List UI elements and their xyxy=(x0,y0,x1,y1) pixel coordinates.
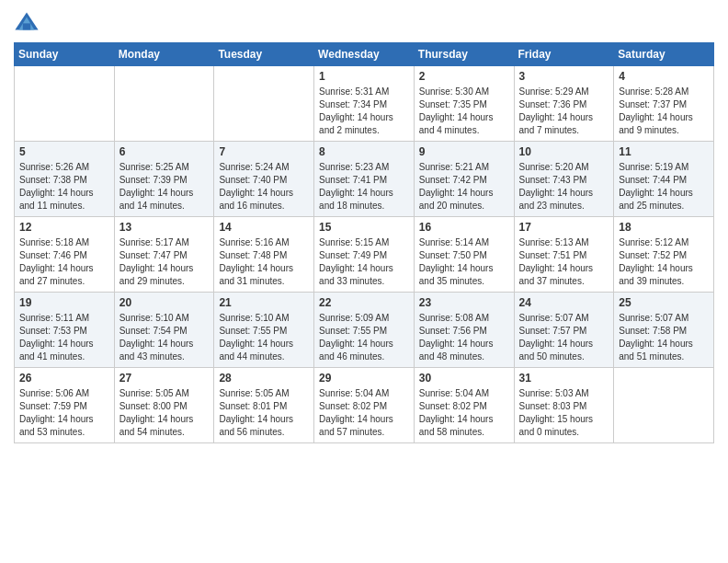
day-header-thursday: Thursday xyxy=(414,43,514,66)
calendar-week-1: 1Sunrise: 5:31 AMSunset: 7:34 PMDaylight… xyxy=(15,66,714,142)
day-number: 20 xyxy=(119,296,210,309)
calendar-cell: 12Sunrise: 5:18 AMSunset: 7:46 PMDayligh… xyxy=(15,217,115,293)
day-number: 12 xyxy=(19,221,109,234)
day-info: Sunrise: 5:10 AMSunset: 7:54 PMDaylight:… xyxy=(119,312,210,363)
day-info: Sunrise: 5:31 AMSunset: 7:34 PMDaylight:… xyxy=(319,86,409,137)
day-info: Sunrise: 5:07 AMSunset: 7:58 PMDaylight:… xyxy=(619,312,709,363)
day-number: 18 xyxy=(619,221,709,234)
logo-icon xyxy=(14,9,40,35)
day-header-wednesday: Wednesday xyxy=(314,43,415,66)
day-number: 31 xyxy=(519,372,609,385)
day-header-friday: Friday xyxy=(514,43,614,66)
calendar-cell: 15Sunrise: 5:15 AMSunset: 7:49 PMDayligh… xyxy=(314,217,415,293)
day-info: Sunrise: 5:04 AMSunset: 8:02 PMDaylight:… xyxy=(319,387,409,439)
day-info: Sunrise: 5:23 AMSunset: 7:41 PMDaylight:… xyxy=(319,161,409,213)
calendar-header-row: SundayMondayTuesdayWednesdayThursdayFrid… xyxy=(15,43,714,66)
day-info: Sunrise: 5:15 AMSunset: 7:49 PMDaylight:… xyxy=(319,236,409,288)
logo xyxy=(14,9,43,35)
calendar-cell: 26Sunrise: 5:06 AMSunset: 7:59 PMDayligh… xyxy=(15,368,115,443)
day-number: 19 xyxy=(19,296,109,309)
day-info: Sunrise: 5:18 AMSunset: 7:46 PMDaylight:… xyxy=(19,236,109,288)
day-number: 23 xyxy=(419,296,509,309)
day-info: Sunrise: 5:10 AMSunset: 7:55 PMDaylight:… xyxy=(219,312,309,363)
calendar-cell: 29Sunrise: 5:04 AMSunset: 8:02 PMDayligh… xyxy=(314,368,415,443)
day-info: Sunrise: 5:17 AMSunset: 7:47 PMDaylight:… xyxy=(119,236,210,288)
day-info: Sunrise: 5:08 AMSunset: 7:56 PMDaylight:… xyxy=(419,312,509,363)
calendar-week-3: 12Sunrise: 5:18 AMSunset: 7:46 PMDayligh… xyxy=(15,217,714,293)
calendar-cell xyxy=(214,66,314,142)
day-info: Sunrise: 5:05 AMSunset: 8:00 PMDaylight:… xyxy=(119,387,210,439)
calendar-cell: 23Sunrise: 5:08 AMSunset: 7:56 PMDayligh… xyxy=(414,293,514,368)
calendar-cell: 30Sunrise: 5:04 AMSunset: 8:02 PMDayligh… xyxy=(414,368,514,443)
calendar-cell: 4Sunrise: 5:28 AMSunset: 7:37 PMDaylight… xyxy=(614,66,714,142)
calendar-cell: 10Sunrise: 5:20 AMSunset: 7:43 PMDayligh… xyxy=(514,142,614,217)
day-info: Sunrise: 5:03 AMSunset: 8:03 PMDaylight:… xyxy=(519,387,609,439)
day-info: Sunrise: 5:06 AMSunset: 7:59 PMDaylight:… xyxy=(19,387,109,439)
calendar-cell: 2Sunrise: 5:30 AMSunset: 7:35 PMDaylight… xyxy=(414,66,514,142)
day-info: Sunrise: 5:24 AMSunset: 7:40 PMDaylight:… xyxy=(219,161,309,213)
calendar-cell xyxy=(114,66,214,142)
day-info: Sunrise: 5:09 AMSunset: 7:55 PMDaylight:… xyxy=(319,312,409,363)
calendar-week-2: 5Sunrise: 5:26 AMSunset: 7:38 PMDaylight… xyxy=(15,142,714,217)
day-number: 2 xyxy=(419,70,509,83)
calendar-cell: 31Sunrise: 5:03 AMSunset: 8:03 PMDayligh… xyxy=(514,368,614,443)
day-info: Sunrise: 5:21 AMSunset: 7:42 PMDaylight:… xyxy=(419,161,509,213)
calendar-cell: 19Sunrise: 5:11 AMSunset: 7:53 PMDayligh… xyxy=(15,293,115,368)
calendar-cell: 18Sunrise: 5:12 AMSunset: 7:52 PMDayligh… xyxy=(614,217,714,293)
calendar-cell: 8Sunrise: 5:23 AMSunset: 7:41 PMDaylight… xyxy=(314,142,415,217)
calendar-cell: 17Sunrise: 5:13 AMSunset: 7:51 PMDayligh… xyxy=(514,217,614,293)
day-info: Sunrise: 5:04 AMSunset: 8:02 PMDaylight:… xyxy=(419,387,509,439)
day-number: 13 xyxy=(119,221,210,234)
day-number: 28 xyxy=(219,372,309,385)
day-info: Sunrise: 5:05 AMSunset: 8:01 PMDaylight:… xyxy=(219,387,309,439)
calendar-cell: 22Sunrise: 5:09 AMSunset: 7:55 PMDayligh… xyxy=(314,293,415,368)
day-header-monday: Monday xyxy=(114,43,214,66)
day-number: 29 xyxy=(319,372,409,385)
day-number: 21 xyxy=(219,296,309,309)
day-number: 10 xyxy=(519,145,609,158)
calendar-cell: 25Sunrise: 5:07 AMSunset: 7:58 PMDayligh… xyxy=(614,293,714,368)
page: SundayMondayTuesdayWednesdayThursdayFrid… xyxy=(0,0,728,457)
header xyxy=(14,9,714,35)
day-info: Sunrise: 5:30 AMSunset: 7:35 PMDaylight:… xyxy=(419,86,509,137)
calendar-cell xyxy=(614,368,714,443)
day-number: 6 xyxy=(119,145,210,158)
day-info: Sunrise: 5:26 AMSunset: 7:38 PMDaylight:… xyxy=(19,161,109,213)
calendar: SundayMondayTuesdayWednesdayThursdayFrid… xyxy=(14,42,714,443)
calendar-cell: 3Sunrise: 5:29 AMSunset: 7:36 PMDaylight… xyxy=(514,66,614,142)
calendar-cell: 13Sunrise: 5:17 AMSunset: 7:47 PMDayligh… xyxy=(114,217,214,293)
day-info: Sunrise: 5:25 AMSunset: 7:39 PMDaylight:… xyxy=(119,161,210,213)
day-number: 3 xyxy=(519,70,609,83)
calendar-cell xyxy=(15,66,115,142)
calendar-cell: 6Sunrise: 5:25 AMSunset: 7:39 PMDaylight… xyxy=(114,142,214,217)
day-number: 25 xyxy=(619,296,709,309)
day-info: Sunrise: 5:07 AMSunset: 7:57 PMDaylight:… xyxy=(519,312,609,363)
day-header-tuesday: Tuesday xyxy=(214,43,314,66)
day-number: 1 xyxy=(319,70,409,83)
calendar-cell: 5Sunrise: 5:26 AMSunset: 7:38 PMDaylight… xyxy=(15,142,115,217)
day-number: 17 xyxy=(519,221,609,234)
day-number: 8 xyxy=(319,145,409,158)
day-info: Sunrise: 5:28 AMSunset: 7:37 PMDaylight:… xyxy=(619,86,709,137)
day-number: 26 xyxy=(19,372,109,385)
day-number: 14 xyxy=(219,221,309,234)
calendar-cell: 1Sunrise: 5:31 AMSunset: 7:34 PMDaylight… xyxy=(314,66,415,142)
day-number: 30 xyxy=(419,372,509,385)
day-header-saturday: Saturday xyxy=(614,43,714,66)
day-number: 24 xyxy=(519,296,609,309)
calendar-cell: 9Sunrise: 5:21 AMSunset: 7:42 PMDaylight… xyxy=(414,142,514,217)
day-info: Sunrise: 5:12 AMSunset: 7:52 PMDaylight:… xyxy=(619,236,709,288)
day-info: Sunrise: 5:11 AMSunset: 7:53 PMDaylight:… xyxy=(19,312,109,363)
day-info: Sunrise: 5:29 AMSunset: 7:36 PMDaylight:… xyxy=(519,86,609,137)
day-number: 22 xyxy=(319,296,409,309)
day-info: Sunrise: 5:13 AMSunset: 7:51 PMDaylight:… xyxy=(519,236,609,288)
day-number: 9 xyxy=(419,145,509,158)
day-header-sunday: Sunday xyxy=(15,43,115,66)
day-info: Sunrise: 5:20 AMSunset: 7:43 PMDaylight:… xyxy=(519,161,609,213)
day-number: 27 xyxy=(119,372,210,385)
calendar-cell: 20Sunrise: 5:10 AMSunset: 7:54 PMDayligh… xyxy=(114,293,214,368)
calendar-cell: 14Sunrise: 5:16 AMSunset: 7:48 PMDayligh… xyxy=(214,217,314,293)
calendar-cell: 27Sunrise: 5:05 AMSunset: 8:00 PMDayligh… xyxy=(114,368,214,443)
day-info: Sunrise: 5:19 AMSunset: 7:44 PMDaylight:… xyxy=(619,161,709,213)
day-number: 5 xyxy=(19,145,109,158)
